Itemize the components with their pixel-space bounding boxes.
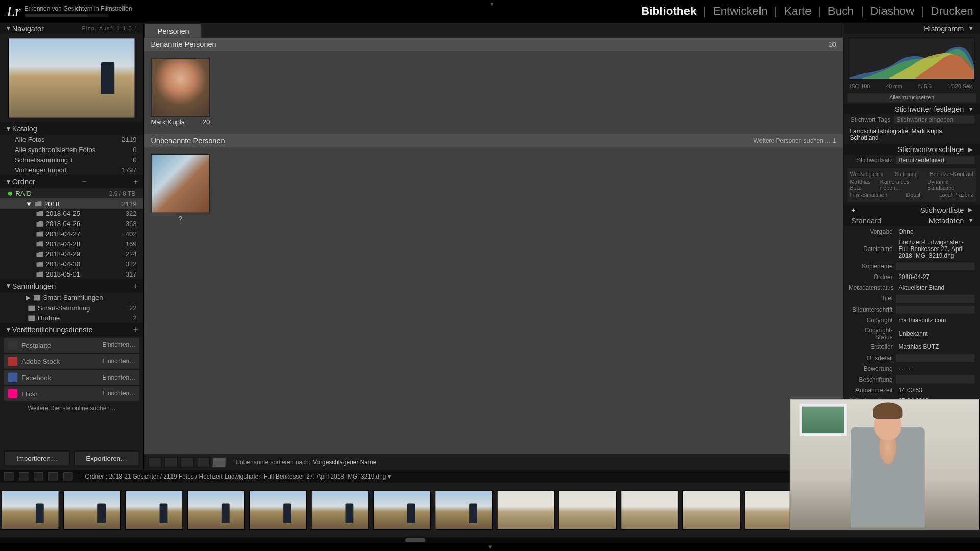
sammlungen-header[interactable]: ▼Sammlungen+ [0, 279, 143, 292]
metadata-value[interactable]: · · · · · [896, 365, 974, 373]
filmstrip-thumb[interactable] [497, 490, 554, 529]
publish-more[interactable]: Weitere Dienste online suchen… [0, 403, 143, 415]
module-buch[interactable]: Buch [828, 5, 854, 18]
secondary-display-icon[interactable] [19, 472, 28, 481]
metadata-value[interactable]: 2018-04-27 [896, 273, 974, 281]
keyword-suggestion[interactable]: Film-Simulation [850, 192, 888, 198]
plus-icon[interactable]: + [133, 281, 138, 290]
sort-value[interactable]: Vorgeschlagener Name [313, 459, 376, 465]
ordner-header[interactable]: ▼Ordner−+ [0, 175, 143, 188]
histogram[interactable] [849, 38, 975, 80]
filmstrip-thumb[interactable] [249, 490, 307, 529]
keyword-suggestion[interactable]: Benutzer-Kontrast [930, 171, 973, 178]
metadata-header[interactable]: StandardMetadaten▼ [843, 215, 980, 226]
metadata-value[interactable] [896, 295, 974, 303]
katalog-item[interactable]: Alle Fotos2119 [0, 135, 143, 145]
reset-all-button[interactable]: Alles zurücksetzen [847, 93, 976, 102]
metadata-value[interactable] [896, 375, 974, 384]
import-button[interactable]: Importieren… [4, 451, 70, 466]
keyword-suggestion[interactable]: Local Präzenz [939, 192, 973, 198]
navigator-preview[interactable] [8, 38, 135, 118]
view-people-button[interactable] [213, 457, 226, 467]
chevron-down-icon[interactable]: ▾ [0, 543, 980, 549]
metadata-value[interactable]: Hochzeit-Ludwigshafen-Full-Benkesser-27.… [896, 238, 974, 260]
view-survey-button[interactable] [197, 457, 210, 467]
keyword-suggestion[interactable]: Sättigung [895, 171, 918, 178]
metadata-value[interactable]: Aktuellster Stand [896, 284, 974, 292]
filmstrip-thumb[interactable] [187, 490, 245, 529]
metadata-value[interactable]: Matthias BUTZ [896, 343, 974, 352]
keyword-list-header[interactable]: +Stichwortliste▶ [843, 205, 980, 215]
keyword-suggestion[interactable]: Matthias Butz [850, 179, 880, 191]
metadata-value[interactable]: matthiasbutz.com [896, 316, 974, 324]
module-entwickeln[interactable]: Entwickeln [713, 5, 768, 18]
publish-service[interactable]: FlickrEinrichten… [4, 386, 139, 401]
minus-icon[interactable]: − [82, 177, 86, 186]
keyword-suggestion[interactable]: Dynamic Bandscape [927, 179, 973, 191]
plus-icon[interactable]: + [133, 325, 138, 334]
folder-year[interactable]: ▼20182119 [0, 198, 143, 209]
publish-service[interactable]: Adobe StockEinrichten… [4, 354, 139, 369]
module-diashow[interactable]: Diashow [870, 5, 914, 18]
folder-item[interactable]: 2018-04-28169 [0, 239, 143, 249]
keyword-suggestions-header[interactable]: Stichwortvorschläge▶ [843, 144, 980, 155]
export-button[interactable]: Exportieren… [74, 451, 139, 466]
metadata-value[interactable] [896, 306, 974, 314]
folder-item[interactable]: 2018-04-29224 [0, 249, 143, 259]
collection-item[interactable]: Drohne2 [0, 313, 143, 323]
module-bibliothek[interactable]: Bibliothek [641, 5, 696, 18]
folder-item[interactable]: 2018-04-25322 [0, 209, 143, 219]
scrollbar-handle[interactable] [405, 538, 426, 542]
filmstrip-thumb[interactable] [63, 490, 121, 529]
publish-service[interactable]: FacebookEinrichten… [4, 370, 139, 385]
katalog-item[interactable]: Schnellsammlung +0 [0, 155, 143, 165]
filmstrip-thumb[interactable] [125, 490, 183, 529]
keyword-suggestion[interactable]: Kamera des neuen… [880, 179, 927, 191]
filmstrip-scrollbar[interactable] [0, 538, 980, 543]
keyword-suggestion[interactable]: Weißabgleich [850, 171, 883, 178]
histogram-header[interactable]: Histogramm▼ [843, 23, 980, 34]
katalog-header[interactable]: ▼Katalog [0, 122, 143, 135]
filmstrip-thumb[interactable] [435, 490, 493, 529]
folder-item[interactable]: 2018-04-27402 [0, 229, 143, 239]
view-grid-button[interactable] [148, 457, 161, 467]
module-karte[interactable]: Karte [784, 5, 812, 18]
folder-item[interactable]: 2018-04-26363 [0, 219, 143, 229]
tab-personen[interactable]: Personen [145, 24, 202, 37]
chevron-down-icon[interactable]: ▾ [490, 0, 494, 8]
keyword-suggestion[interactable]: Detail [906, 192, 920, 198]
publish-header[interactable]: ▼Veröffentlichungsdienste+ [0, 323, 143, 336]
navigator-header[interactable]: ▼ Navigator Einp. Ausf. 1:1 3:1 [0, 23, 143, 34]
unnamed-person-tile[interactable]: ? [151, 154, 210, 224]
filmstrip-thumb[interactable] [2, 490, 59, 529]
filmstrip-thumb[interactable] [682, 490, 740, 529]
keywords-header[interactable]: Stichwörter festlegen▼ [843, 104, 980, 114]
filmstrip-thumb[interactable] [559, 490, 617, 529]
grid-icon[interactable] [4, 472, 13, 481]
metadata-value[interactable]: Unbekannt [896, 330, 974, 338]
metadata-value[interactable] [896, 354, 974, 362]
folder-item[interactable]: 2018-05-01317 [0, 269, 143, 279]
plus-icon[interactable]: + [133, 177, 138, 186]
module-drucken[interactable]: Drucken [930, 5, 973, 18]
keyword-input[interactable] [894, 116, 974, 124]
metadata-value[interactable]: Ohne [896, 228, 974, 236]
keyword-set-select[interactable]: Benutzerdefiniert [896, 156, 974, 164]
collection-item[interactable]: ▶Smart-Sammlungen [0, 293, 143, 303]
grid2-icon[interactable] [34, 472, 43, 481]
breadcrumb-path[interactable]: Ordner : 2018 21 Gesichter / 2119 Fotos … [85, 473, 391, 480]
arrow-right-icon[interactable] [63, 472, 72, 481]
metadata-value[interactable]: 14:00:53 [896, 386, 974, 394]
arrow-left-icon[interactable] [48, 472, 58, 481]
collection-item[interactable]: Smart-Sammlung22 [0, 303, 143, 313]
navigator-modes[interactable]: Einp. Ausf. 1:1 3:1 [82, 25, 138, 31]
find-more-people-link[interactable]: Weitere Personen suchen … 1 [753, 137, 836, 144]
keyword-list[interactable]: Landschaftsfotografie, Mark Kupla, Schot… [843, 125, 980, 144]
filmstrip-thumb[interactable] [621, 490, 678, 529]
view-loupe-button[interactable] [164, 457, 178, 467]
katalog-item[interactable]: Alle synchronisierten Fotos0 [0, 145, 143, 155]
metadata-value[interactable] [896, 262, 974, 270]
folder-item[interactable]: 2018-04-30322 [0, 259, 143, 269]
filmstrip-thumb[interactable] [311, 490, 369, 529]
publish-service[interactable]: FestplatteEinrichten… [4, 338, 139, 353]
